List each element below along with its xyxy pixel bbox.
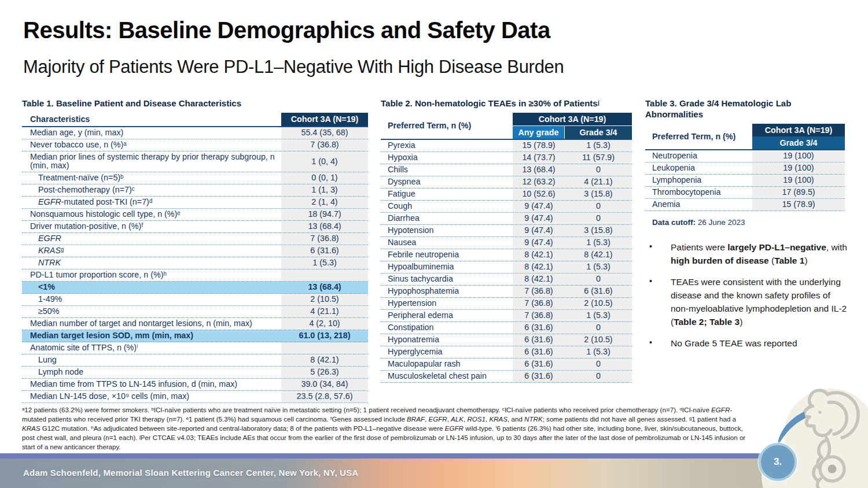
- row-value-grade34: 2 (10.5): [565, 334, 632, 346]
- row-label: ≥50%: [22, 306, 281, 317]
- row-value: 39.0 (34, 84): [281, 379, 368, 390]
- table-row: Never tobacco use, n (%)ᵃ7 (36.8): [22, 139, 368, 151]
- row-label: Fatigue: [381, 188, 513, 200]
- row-value-any-grade: 8 (42.1): [513, 249, 565, 261]
- text-segment: NTRK: [524, 415, 543, 423]
- row-value: 4 (2, 10): [281, 318, 368, 330]
- text-segment: largely PD-L1–negative: [727, 242, 826, 252]
- table3-header-grade34: Grade 3/4: [752, 136, 845, 149]
- row-label: <1%: [22, 282, 281, 293]
- row-value-grade34: 1 (5.3): [565, 261, 632, 273]
- table-row: Diarrhea9 (47.4)0: [381, 213, 632, 225]
- row-label: Median LN-145 dose, ×10⁹ cells (min, max…: [22, 391, 281, 402]
- table-row: Constipation6 (31.6)0: [381, 322, 632, 334]
- row-label: Diarrhea: [381, 213, 513, 224]
- table-row: Median target lesion SOD, mm (min, max)6…: [22, 330, 368, 342]
- text-segment: ROS1: [467, 415, 486, 423]
- row-label: PD-L1 tumor proportion score, n (%)ʰ: [22, 269, 281, 281]
- table3-body: Neutropenia19 (100)Leukopenia19 (100)Lym…: [645, 150, 845, 211]
- text-segment: ALK: [451, 415, 464, 423]
- text-segment: ): [740, 317, 742, 327]
- row-label: Never tobacco use, n (%)ᵃ: [22, 139, 281, 151]
- table2-body: Pyrexia15 (78.9)1 (5.3)Hypoxia14 (73.7)1…: [381, 140, 632, 383]
- row-value-grade34: 3 (15.8): [565, 188, 632, 200]
- row-value-grade34: 0: [565, 201, 632, 212]
- bullet-text: Patients were largely PD-L1–negative, wi…: [671, 241, 849, 268]
- table-row: Nausea9 (47.4)1 (5.3): [381, 237, 632, 249]
- row-value-grade34: 1 (5.3): [565, 310, 632, 321]
- table2-title: Table 2. Non-hematologic TEAEs in ≥30% o…: [381, 98, 632, 109]
- row-value-any-grade: 9 (47.4): [513, 225, 565, 236]
- table-row: Hypoalbuminemia8 (42.1)1 (5.3): [381, 261, 632, 273]
- row-value: 1 (5.3): [281, 257, 368, 269]
- row-label: Hypoalbuminemia: [381, 261, 513, 273]
- table2-header-preferred-term: Preferred Term, n (%): [381, 113, 513, 139]
- row-value-any-grade: 6 (31.6): [513, 322, 565, 334]
- row-label: Hypoxia: [381, 152, 513, 164]
- page-subtitle: Majority of Patients Were PD-L1–Negative…: [23, 57, 564, 77]
- row-label: Median target lesion SOD, mm (min, max): [22, 330, 281, 342]
- text-segment: EGFR: [38, 197, 61, 206]
- table-row: Lung8 (42.1): [22, 354, 368, 367]
- table-row: Median time from TTPS to LN-145 infusion…: [22, 379, 368, 391]
- table-row: Driver mutation-positive, n (%)ᶠ13 (68.4…: [22, 221, 368, 233]
- row-label: Hyperglycemia: [381, 346, 513, 358]
- row-label: Anemia: [645, 199, 752, 210]
- row-value-grade34: 11 (57.9): [565, 152, 632, 164]
- table-row: <1%13 (68.4): [22, 282, 368, 294]
- table2-header-cohort: Cohort 3A (N=19): [513, 113, 632, 125]
- row-value-grade34: 4 (21.1): [565, 176, 632, 188]
- row-label: Hypotension: [381, 225, 513, 236]
- row-label: Constipation: [381, 322, 513, 334]
- text-segment: EGFR: [445, 424, 464, 432]
- text-segment: Median LN-145 dose, ×10⁹ cells (min, max…: [30, 391, 189, 401]
- text-segment: Patients were: [671, 242, 727, 252]
- text-segment: Nonsquamous histologic cell type, n (%)ᵉ: [30, 209, 181, 219]
- row-label: Treatment-naïve (n=5)ᵇ: [22, 172, 281, 184]
- text-segment: Never tobacco use, n (%)ᵃ: [30, 140, 127, 149]
- row-value-any-grade: 9 (47.4): [513, 213, 565, 224]
- bullet-icon: •: [645, 241, 671, 268]
- row-label: EGFR: [22, 233, 281, 245]
- bullet-text: No Grade 5 TEAE was reported: [671, 337, 797, 350]
- text-segment: G12C mutation. ʰAs adjudicated between s…: [41, 424, 445, 432]
- text-segment: EGFR: [711, 406, 730, 413]
- table1-baseline-characteristics: Table 1. Baseline Patient and Disease Ch…: [22, 98, 368, 403]
- table3-header-preferred-term: Preferred Term, n (%): [645, 124, 752, 149]
- table1-header-row: Characteristics Cohort 3A (N=19): [22, 113, 368, 127]
- page-number: 3.: [774, 456, 782, 468]
- row-label: EGFR-mutated post-TKI (n=7)ᵈ: [22, 197, 281, 208]
- table-row: KRASᵍ6 (31.6): [22, 245, 368, 257]
- table-row: Median prior lines of systemic therapy b…: [22, 151, 368, 172]
- text-segment: 1-49%: [38, 294, 62, 304]
- table-row: EGFR-mutated post-TKI (n=7)ᵈ2 (1, 4): [22, 197, 368, 209]
- text-segment: Lung: [38, 355, 57, 364]
- row-label: Leukopenia: [645, 162, 752, 174]
- row-value-grade34: 1 (5.3): [565, 237, 632, 249]
- row-value-any-grade: 6 (31.6): [513, 334, 565, 346]
- row-value-grade34: 3 (15.8): [565, 225, 632, 236]
- row-value-grade34: 2 (10.5): [565, 298, 632, 309]
- row-value-grade34: 0: [565, 164, 632, 176]
- row-value: 55.4 (35, 68): [281, 127, 368, 139]
- data-cutoff: Data cutoff: 26 June 2023: [645, 218, 845, 227]
- row-label: Neutropenia: [645, 150, 752, 162]
- row-label: NTRK: [22, 257, 281, 269]
- row-value-any-grade: 6 (31.6): [513, 358, 565, 370]
- table-row: Median LN-145 dose, ×10⁹ cells (min, max…: [22, 391, 368, 403]
- text-segment: PD-L1 tumor proportion score, n (%)ʰ: [30, 270, 167, 279]
- row-value-any-grade: 8 (42.1): [513, 261, 565, 273]
- text-segment: KRAS: [22, 424, 41, 432]
- table1-header-cohort: Cohort 3A (N=19): [281, 113, 368, 126]
- row-value: 8 (42.1): [281, 354, 368, 366]
- text-segment: , and: [507, 415, 524, 423]
- row-value: 13 (68.4): [281, 221, 368, 232]
- table-row: NTRK1 (5.3): [22, 257, 368, 269]
- text-segment: Table 1: [774, 256, 804, 265]
- merlion-logo-icon: [741, 382, 868, 488]
- table-row: Peripheral edema7 (36.8)1 (5.3): [381, 310, 632, 322]
- row-value-grade34: 19 (100): [752, 175, 845, 186]
- row-value-any-grade: 7 (36.8): [513, 286, 565, 297]
- text-segment: Driver mutation-positive, n (%)ᶠ: [30, 221, 144, 231]
- row-value: 1 (0, 4): [281, 151, 368, 172]
